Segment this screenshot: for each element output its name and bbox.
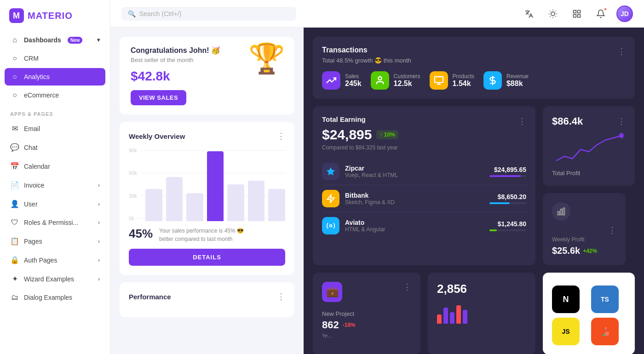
earning-item-zipcar: Zipcar Vuejs, React & HTML $24,895.65 [322,158,526,185]
sidebar-item-dashboards[interactable]: ⌂ Dashboards New ▾ [5,31,105,49]
sidebar-item-email[interactable]: ✉ Email [5,120,105,137]
weekly-profit-more[interactable]: ⋮ [608,225,616,235]
new-badge: New [68,37,83,44]
profit-column: $86.4k ⋮ Total Profit [543,106,635,265]
svg-marker-19 [328,195,334,203]
topbar: 🔍 Search (Ctrl+/) JD [110,0,644,28]
total-profit-label: Total Profit [552,170,626,177]
translate-icon[interactable] [521,6,537,22]
performance-title: Performance [129,293,171,301]
zipcar-progress [489,175,521,177]
revenue-icon-box [483,71,502,90]
notif-badge [604,7,607,11]
transactions-more-icon[interactable]: ⋮ [617,46,626,57]
svg-line-4 [555,16,556,17]
svg-line-8 [555,11,556,11]
weekly-title: Weekly Overview [129,132,185,140]
earning-more-icon[interactable]: ⋮ [518,116,526,126]
bar-2 [166,177,183,221]
brightness-icon[interactable] [545,6,561,22]
sidebar-item-calendar[interactable]: 📅 Calendar [5,157,105,175]
bar-5 [227,184,244,221]
bell-icon[interactable] [592,6,609,22]
aviato-progress [489,229,497,231]
revenue-label: Revenue [506,73,529,80]
earning-title: Total Earning [322,115,366,123]
ts-logo: TS [591,285,619,313]
aviato-progress-wrap [489,229,526,231]
weekly-header: Weekly Overview ⋮ [129,131,285,141]
lock-icon: 🔒 [10,256,19,264]
sidebar-item-chat[interactable]: 💬 Chat [5,138,105,156]
performance-more-icon[interactable]: ⋮ [277,291,285,302]
bitbank-name: Bitbank [345,192,395,199]
sidebar-item-auth[interactable]: 🔒 Auth Pages › [5,251,105,269]
sidebar-item-analytics[interactable]: ○ Analytics [5,68,105,86]
sidebar-item-pages[interactable]: 📋 Pages › [5,232,105,250]
performance-header: Performance ⋮ [129,291,285,302]
logo-icon: M [9,8,24,23]
sidebar-item-crm[interactable]: ○ CRM [5,50,105,67]
details-button[interactable]: DETAILS [129,249,285,266]
next-logo: N [552,285,580,313]
sidebar-item-dialog[interactable]: 🗂 Dialog Examples [5,289,105,306]
weekly-more-icon[interactable]: ⋮ [277,131,285,141]
performance-card: Performance ⋮ [120,282,294,317]
bitbank-right: $8,650.20 [489,193,526,204]
transactions-card: Transactions ⋮ Total 48.5% growth 😎 this… [313,37,635,99]
auth-chevron: › [98,257,100,263]
stat-products: Products 1.54k [430,71,474,90]
circle-eco-icon: ○ [10,91,19,99]
weekly-pct: 45% [129,227,153,241]
shield-icon: 🛡 [10,218,19,227]
products-info: Products 1.54k [453,73,474,88]
crm-label: CRM [24,55,39,62]
customers-info: Customers 12.5k [394,73,420,88]
calendar-icon: 📅 [10,162,19,171]
view-sales-button[interactable]: VIEW SALES [131,90,186,105]
user-chevron: › [98,201,100,207]
sidebar-item-invoice[interactable]: 📄 Invoice › [5,176,105,194]
user-label: User [24,200,38,208]
sales-info: Sales 245k [345,73,362,88]
svg-rect-12 [578,14,581,17]
profit-more-icon[interactable]: ⋮ [617,116,626,126]
aviato-info: Aviato HTML & Angular [345,219,385,233]
app-logo[interactable]: M MATERIO [0,0,110,31]
mini-stat-value: 2,856 [437,282,526,296]
dialog-icon: 🗂 [10,293,19,302]
bar-1 [145,189,162,221]
grid-label-0: 0k [129,216,134,221]
chat-label: Chat [24,144,38,151]
revenue-info: Revenue $88k [506,73,529,88]
svg-rect-9 [574,10,576,13]
mini-bar-2 [443,308,448,324]
search-icon: 🔍 [128,10,136,17]
analytics-label: Analytics [24,73,50,80]
sidebar-item-wizard[interactable]: ✦ Wizard Examples › [5,270,105,288]
bitbank-tech: Sketch, Figma & XD [345,199,395,206]
chart-icon-circle [552,202,570,221]
svg-point-22 [618,132,625,139]
sidebar-item-user[interactable]: 👤 User › [5,195,105,213]
zipcar-amount: $24,895.65 [489,166,526,173]
bitbank-icon [322,190,339,207]
grid-label-60: 60k [129,170,137,176]
sidebar-item-ecommerce[interactable]: ○ eCommerce [5,86,105,104]
sales-label: Sales [345,73,362,80]
new-project-pct: -18% [343,322,356,328]
topbar-right: JD [521,6,633,22]
sidebar-item-roles[interactable]: 🛡 Roles & Permissi... › [5,214,105,231]
new-project-more[interactable]: ⋮ [403,282,411,292]
circle-active-icon: ○ [10,73,19,81]
wizard-label: Wizard Examples [24,275,74,283]
roles-chevron: › [98,219,100,226]
search-bar[interactable]: 🔍 Search (Ctrl+/) [121,7,296,21]
grid-icon[interactable] [569,6,585,22]
bars-container [145,148,285,221]
avatar[interactable]: JD [616,6,633,22]
earning-item-aviato: Aviato HTML & Angular $1,245.80 [322,212,526,239]
zipcar-info: Zipcar Vuejs, React & HTML [345,165,398,178]
new-project-label: New Project [322,310,411,317]
search-placeholder: Search (Ctrl+/) [139,10,181,17]
